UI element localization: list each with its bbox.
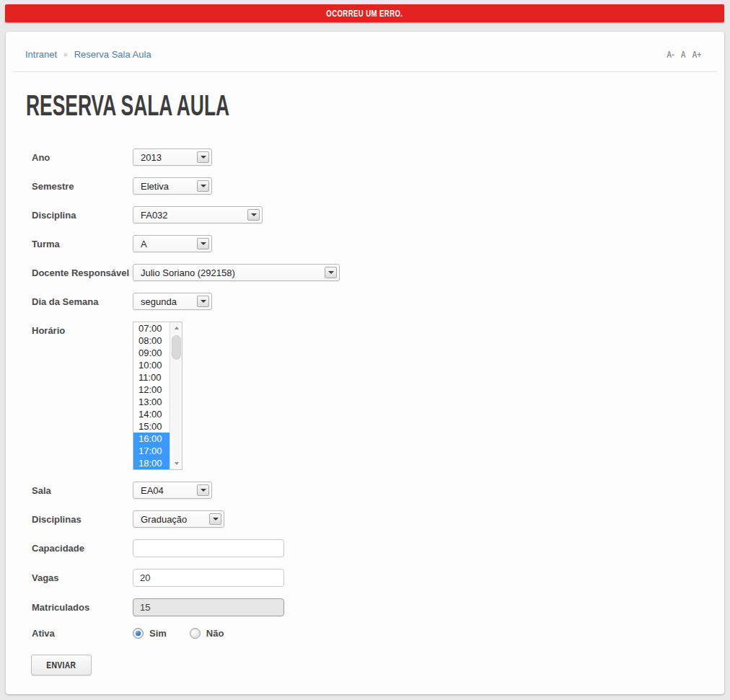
font-normal-button[interactable]: A bbox=[681, 50, 686, 60]
horario-option[interactable]: 14:00 bbox=[133, 408, 170, 420]
horario-listbox[interactable]: 07:00 08:00 09:00 10:00 11:00 12:00 13:0… bbox=[133, 322, 182, 470]
ano-label: Ano bbox=[32, 152, 133, 163]
font-size-controls: A- A A+ bbox=[666, 50, 703, 60]
matriculados-label: Matriculados bbox=[32, 602, 133, 613]
chevron-down-icon bbox=[197, 484, 209, 496]
submit-row: ENVIAR bbox=[26, 655, 724, 675]
font-smaller-button[interactable]: A- bbox=[667, 50, 674, 60]
capacidade-input[interactable] bbox=[133, 539, 284, 557]
scrollbar-down-icon[interactable] bbox=[170, 458, 182, 469]
ativa-nao-radio[interactable] bbox=[190, 628, 201, 639]
capacidade-label: Capacidade bbox=[32, 543, 133, 554]
dia-semana-label: Dia da Semana bbox=[32, 296, 133, 307]
ano-select[interactable]: 2013 bbox=[133, 149, 212, 166]
field-row-horario: Horário 07:00 08:00 09:00 10:00 11:00 12… bbox=[26, 322, 724, 470]
dia-semana-select-value: segunda bbox=[141, 296, 177, 307]
horario-option-selected[interactable]: 17:00 bbox=[133, 445, 170, 457]
breadcrumb-link-current[interactable]: Reserva Sala Aula bbox=[74, 49, 151, 60]
chevron-down-icon bbox=[209, 513, 221, 525]
disciplinas-select-value: Graduação bbox=[141, 514, 187, 525]
horario-options: 07:00 08:00 09:00 10:00 11:00 12:00 13:0… bbox=[133, 322, 170, 469]
horario-option-selected[interactable]: 16:00 bbox=[133, 433, 170, 445]
sala-select[interactable]: EA04 bbox=[133, 482, 212, 499]
field-row-docente: Docente Responsável Julio Soriano (29215… bbox=[26, 264, 724, 281]
horario-option[interactable]: 08:00 bbox=[133, 335, 170, 347]
sala-label: Sala bbox=[32, 485, 133, 496]
horario-option[interactable]: 12:00 bbox=[133, 384, 170, 396]
ativa-label: Ativa bbox=[32, 628, 133, 639]
enviar-button-label: ENVIAR bbox=[46, 660, 76, 670]
semestre-label: Semestre bbox=[32, 181, 133, 192]
horario-label: Horário bbox=[32, 322, 133, 336]
font-larger-button[interactable]: A+ bbox=[692, 50, 702, 60]
breadcrumb: Intranet » Reserva Sala Aula bbox=[25, 49, 151, 60]
ativa-sim-label: Sim bbox=[149, 628, 167, 639]
chevron-down-icon bbox=[325, 267, 337, 278]
matriculados-input bbox=[133, 598, 284, 616]
semestre-select[interactable]: Eletiva bbox=[133, 177, 212, 195]
breadcrumb-separator-icon: » bbox=[63, 50, 68, 58]
ativa-sim-radio[interactable] bbox=[133, 628, 144, 639]
vagas-input[interactable] bbox=[133, 569, 284, 587]
disciplina-select-value: FA032 bbox=[141, 210, 168, 221]
error-banner-message: OCORREU UM ERRO. bbox=[326, 9, 403, 19]
field-row-ano: Ano 2013 bbox=[26, 149, 724, 166]
disciplina-label: Disciplina bbox=[32, 210, 133, 221]
docente-select-value: Julio Soriano (292158) bbox=[141, 267, 235, 278]
horario-option[interactable]: 13:00 bbox=[133, 396, 170, 408]
breadcrumb-bar: Intranet » Reserva Sala Aula A- A A+ bbox=[6, 32, 724, 71]
docente-select[interactable]: Julio Soriano (292158) bbox=[133, 264, 340, 281]
ativa-nao-label: Não bbox=[206, 628, 224, 639]
turma-select[interactable]: A bbox=[133, 235, 212, 252]
docente-label: Docente Responsável bbox=[32, 267, 133, 278]
chevron-down-icon bbox=[197, 238, 209, 249]
page-title: RESERVA SALA AULA bbox=[26, 91, 487, 120]
horario-option-selected[interactable]: 18:00 bbox=[133, 457, 170, 469]
breadcrumb-link-intranet[interactable]: Intranet bbox=[25, 49, 57, 60]
scrollbar-up-icon[interactable] bbox=[170, 322, 182, 334]
chevron-down-icon bbox=[197, 296, 209, 307]
field-row-capacidade: Capacidade bbox=[26, 539, 724, 557]
field-row-sala: Sala EA04 bbox=[26, 482, 724, 499]
field-row-vagas: Vagas bbox=[26, 569, 724, 587]
chevron-down-icon bbox=[197, 180, 209, 192]
chevron-down-icon bbox=[197, 151, 209, 163]
field-row-semestre: Semestre Eletiva bbox=[26, 177, 724, 195]
reservation-form: Ano 2013 Semestre Eletiva Disciplina FA0… bbox=[26, 149, 724, 675]
field-row-ativa: Ativa Sim Não bbox=[26, 628, 724, 639]
horario-option[interactable]: 11:00 bbox=[133, 371, 170, 384]
field-row-disciplina: Disciplina FA032 bbox=[26, 206, 724, 223]
turma-select-value: A bbox=[141, 239, 147, 249]
horario-option[interactable]: 09:00 bbox=[133, 347, 170, 359]
field-row-disciplinas: Disciplinas Graduação bbox=[26, 510, 724, 528]
disciplina-select[interactable]: FA032 bbox=[133, 206, 263, 223]
field-row-matriculados: Matriculados bbox=[26, 598, 724, 616]
chevron-down-icon bbox=[247, 209, 260, 221]
vagas-label: Vagas bbox=[32, 572, 133, 583]
horario-option[interactable]: 10:00 bbox=[133, 359, 170, 371]
field-row-dia-semana: Dia da Semana segunda bbox=[26, 293, 724, 310]
scrollbar-thumb[interactable] bbox=[172, 335, 181, 360]
sala-select-value: EA04 bbox=[141, 485, 164, 496]
disciplinas-label: Disciplinas bbox=[32, 514, 133, 525]
ano-select-value: 2013 bbox=[141, 152, 162, 163]
horario-scrollbar[interactable] bbox=[170, 322, 182, 469]
field-row-turma: Turma A bbox=[26, 235, 724, 252]
semestre-select-value: Eletiva bbox=[141, 181, 169, 192]
ativa-radio-group: Sim Não bbox=[133, 628, 241, 639]
horario-option[interactable]: 07:00 bbox=[133, 322, 170, 335]
error-banner: OCORREU UM ERRO. bbox=[5, 4, 724, 22]
horario-option[interactable]: 15:00 bbox=[133, 420, 170, 433]
turma-label: Turma bbox=[32, 239, 133, 249]
main-card: Intranet » Reserva Sala Aula A- A A+ RES… bbox=[6, 32, 724, 694]
dia-semana-select[interactable]: segunda bbox=[133, 293, 212, 310]
enviar-button[interactable]: ENVIAR bbox=[31, 655, 92, 675]
disciplinas-select[interactable]: Graduação bbox=[133, 510, 224, 528]
